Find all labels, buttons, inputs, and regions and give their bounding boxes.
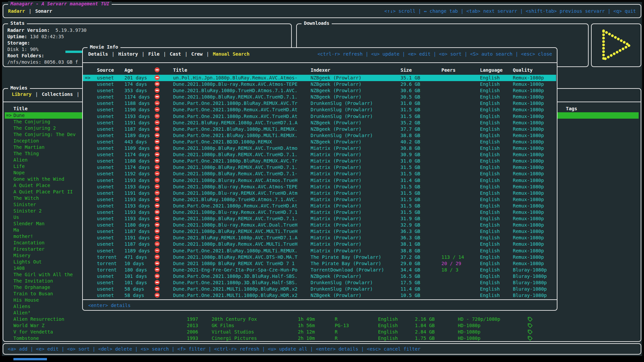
result-peers: [441, 120, 480, 126]
no-entry-icon: [155, 235, 160, 240]
result-size: 30.5 GB: [400, 94, 441, 100]
result-source: usenet: [97, 87, 124, 94]
result-quality: Remux-1080p: [513, 120, 556, 126]
search-result-row[interactable]: usenet1191 daysDune.2021.BluRay.REMUX.10…: [83, 235, 556, 241]
modal-tab-row: Details|History|File|Cast|Crew|Manual Se…: [88, 51, 552, 57]
search-result-row[interactable]: usenet1192 daysDune.2021.1080p.BluRay.Re…: [83, 171, 556, 177]
modal-tab-crew[interactable]: Crew: [191, 51, 203, 57]
search-result-row[interactable]: torrent471 daysDune.2021.1080p.BluRay.RE…: [83, 254, 556, 260]
modal-tab-history[interactable]: History: [118, 51, 138, 57]
search-result-row[interactable]: usenet1188 daysDune.Part.One.2021.1080p.…: [83, 100, 556, 107]
result-age: 1187 days: [124, 126, 155, 132]
search-result-row[interactable]: usenet1174 daysDune.2021.1080p.BluRay.RE…: [83, 152, 556, 158]
rejected-cell: [155, 216, 173, 222]
search-result-row[interactable]: usenet1193 daysDune.Part.One.2021.1080p.…: [83, 203, 556, 209]
result-source: torrent: [97, 260, 124, 267]
search-result-row[interactable]: usenet1189 daysDune.Part.One.2021.BluRay…: [83, 248, 556, 254]
search-result-row[interactable]: usenet1174 daysDune.2021.1080p.BluRay.RE…: [83, 94, 556, 100]
search-result-row[interactable]: usenet174 daysDune.2021.1080p.Blu-ray.Re…: [83, 81, 556, 87]
movie-list-item[interactable]: V for Vendetta2006Virtual Studios2h 12mR…: [5, 329, 639, 335]
result-title: Dune.Part.One.2021.1080p.Remux.AVC.TrueH…: [173, 107, 311, 113]
movie-list-item[interactable]: World War Z2013GK Films1h 56mPG-13Englis…: [5, 322, 639, 329]
search-result-row[interactable]: usenet101 daysDune.Part.One.2021.1080p.3…: [83, 280, 556, 286]
desktop-strip: [0, 356, 644, 362]
search-result-row[interactable]: usenet1188 daysDune.Part.One.2021.1080p.…: [83, 158, 556, 164]
movie-list-item[interactable]: Tombstone1993Cinergi Pictures2h 10mREngl…: [5, 335, 639, 342]
search-result-row[interactable]: =>usenet201 daysun.Pol.Hin.Jpn.1080p.Blu…: [83, 75, 556, 81]
selection-arrow: [85, 273, 97, 280]
result-size: 32.9 GB: [400, 222, 441, 228]
no-entry-icon: [155, 152, 160, 157]
result-age: 201 days: [124, 75, 155, 81]
result-indexer: NZBgeek (Prowlarr): [311, 87, 400, 94]
search-result-row[interactable]: usenet1180 daysDune.2021.1080p.Blu-ray.R…: [83, 222, 556, 228]
movie-title: Inception: [13, 138, 39, 144]
servarr-tab-sonarr[interactable]: Sonarr: [35, 8, 52, 14]
servarr-tab-radarr[interactable]: Radarr: [8, 8, 25, 14]
movie-title: Alien³: [13, 310, 31, 316]
result-quality: Bluray-1080p: [513, 292, 556, 299]
result-quality: Remux-1080p: [513, 113, 556, 120]
movies-tab-library[interactable]: Library: [12, 92, 32, 97]
result-peers: [441, 81, 480, 87]
movies-tab-collections[interactable]: Collections: [42, 92, 73, 97]
result-title: Dune.2021.BluRay.1080p.TrueHD.Atmos.7.1.…: [173, 87, 311, 94]
result-size: 31.5 GB: [400, 203, 441, 209]
result-peers: [441, 107, 480, 113]
result-source: usenet: [97, 273, 124, 280]
search-result-row[interactable]: usenet1193 daysDune.Part.One.2021.1080p.…: [83, 113, 556, 120]
result-peers: [441, 190, 480, 196]
search-result-row[interactable]: usenet1187 daysDune.2021.1080p.BluRay.RE…: [83, 228, 556, 235]
movie-list-item[interactable]: Alien Resurrection199720th Century Fox1h…: [5, 316, 639, 322]
result-size: 30.6 GB: [400, 87, 441, 94]
search-result-row[interactable]: torrent10 daysDune 2021 1080p BluRay REM…: [83, 260, 556, 267]
search-result-row[interactable]: usenet58 daysDune.Part.One.2021.MULTi.10…: [83, 286, 556, 292]
result-quality: Remux-1080p: [513, 248, 556, 254]
rejected-cell: [155, 177, 173, 184]
servarr-tabs: Radarr|Sonarr: [8, 8, 52, 14]
modal-tab-file[interactable]: File: [148, 51, 160, 57]
search-result-row[interactable]: usenet1193 daysDune.2021.1080p.BluRay.RE…: [83, 216, 556, 222]
search-result-row[interactable]: usenet101 daysDune.Part.One.2021.1080p.3…: [83, 273, 556, 280]
search-result-row[interactable]: torrent180 daysDune-2021-Eng-Fre-Ger-Ita…: [83, 267, 556, 273]
modal-tab-details[interactable]: Details: [88, 51, 108, 57]
result-source: usenet: [97, 228, 124, 235]
no-entry-icon: [155, 248, 160, 253]
movie-title: The Invitation: [13, 278, 53, 284]
search-result-row[interactable]: usenet1191 daysDune.2021.1080p.Blu-ray.R…: [83, 190, 556, 196]
search-result-row[interactable]: usenet1193 daysDune.2021.1080p.Blu-ray.R…: [83, 209, 556, 216]
search-result-row[interactable]: usenet1193 daysDune.2021.1080p.Blu-ray.R…: [83, 184, 556, 190]
result-title: Dune.Part.One.2021.BluRay.1080p.MULTi.RE…: [173, 132, 311, 139]
selection-arrow: [85, 94, 97, 100]
search-result-row[interactable]: usenet58 daysDune.Part.One.2021.MULTi.10…: [83, 292, 556, 299]
search-result-row[interactable]: usenet1187 daysDune.2021.1080p.BluRay.Re…: [83, 241, 556, 247]
result-age: 174 days: [124, 81, 155, 87]
modal-tab-manual-search[interactable]: Manual Search: [213, 51, 250, 57]
result-indexer: Miatrix (Prowlarr): [311, 171, 400, 177]
no-entry-icon: [155, 165, 160, 170]
search-result-row[interactable]: usenet1187 daysDune.Part.One.2021.BluRay…: [83, 126, 556, 132]
result-source: usenet: [97, 292, 124, 299]
search-result-row[interactable]: usenet1189 daysDune.Part.One.2021.BluRay…: [83, 132, 556, 139]
search-result-row[interactable]: usenet1193 daysDune.2021.1080p.Bluray.Re…: [83, 177, 556, 184]
search-result-row[interactable]: usenet1174 daysDune.2021.1080p.BluRay.RE…: [83, 164, 556, 171]
search-result-row[interactable]: usenet1193 daysDune.2021.BluRay.1080p.Tr…: [83, 196, 556, 203]
modal-tab-cast[interactable]: Cast: [170, 51, 181, 57]
search-result-row[interactable]: usenet353 daysDune.2021.BluRay.1080p.Tru…: [83, 87, 556, 94]
selection-arrow: [85, 286, 97, 292]
result-quality: Remux-1080p: [513, 158, 556, 164]
result-peers: [441, 222, 480, 228]
search-result-row[interactable]: usenet1190 daysDune.Part.One.2021.1080p.…: [83, 107, 556, 113]
search-results-table[interactable]: =>usenet201 daysun.Pol.Hin.Jpn.1080p.Blu…: [83, 75, 556, 299]
result-size: 31.5 GB: [400, 196, 441, 203]
search-result-row[interactable]: usenet443 daysDune.Part.One.2021.BD3D.10…: [83, 139, 556, 145]
no-entry-icon: [155, 171, 160, 176]
result-quality: Remux-1080p: [513, 132, 556, 139]
movie-title: Tombstone: [13, 335, 39, 342]
modal-title: Movie Info: [88, 44, 120, 50]
result-language: English: [480, 75, 513, 81]
search-result-row[interactable]: usenet1191 daysDune.2021.BluRay.REMUX.10…: [83, 120, 556, 126]
result-title: Dune.2021.1080p.BluRay.Remux.AVC.TrueHD.…: [173, 171, 311, 177]
search-result-row[interactable]: usenet1109 daysDune.2021.1080p.BluRay.RE…: [83, 145, 556, 152]
movie-studio: GK Films: [212, 322, 234, 329]
